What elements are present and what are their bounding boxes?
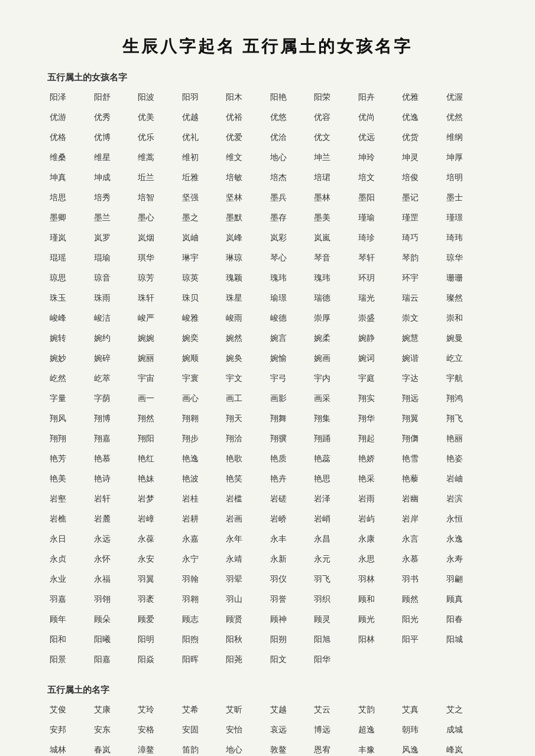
- list-item: 阳波: [135, 89, 180, 106]
- list-item: 崇厚: [312, 310, 356, 327]
- list-item: 翔阳: [135, 431, 180, 447]
- list-item: 翔起: [356, 431, 400, 447]
- list-item: 婉静: [356, 330, 400, 347]
- list-item: 优礼: [180, 129, 224, 146]
- list-item: 婉然: [223, 330, 268, 347]
- list-item: 维蒿: [135, 149, 180, 166]
- list-item: 恩宥: [312, 742, 356, 756]
- list-item: 岩槛: [223, 491, 268, 507]
- list-item: 羽翰: [180, 571, 224, 588]
- list-item: 阳煦: [180, 631, 224, 648]
- list-item: 艳芳: [47, 451, 92, 467]
- list-item: 永言: [400, 531, 444, 548]
- list-item: 永靖: [223, 551, 268, 568]
- list-item: 岩岫: [444, 471, 488, 487]
- list-item: 安格: [135, 722, 180, 738]
- list-item: 培秀: [92, 190, 136, 206]
- list-item: 安邦: [47, 722, 92, 738]
- list-item: 永年: [223, 531, 268, 548]
- list-item: 坤真: [47, 170, 92, 186]
- list-item: 丰豫: [356, 742, 400, 756]
- list-item: 艳蕊: [312, 451, 356, 467]
- list-item: 阳秋: [223, 631, 268, 648]
- list-item: 敦鳌: [268, 742, 312, 756]
- list-item: 珠玉: [47, 290, 92, 307]
- list-item: 培思: [47, 190, 92, 206]
- list-item: 翔华: [356, 410, 400, 427]
- list-item: 琦玮: [444, 230, 488, 246]
- list-item: 艾俊: [47, 702, 92, 718]
- list-item: 婉曼: [444, 330, 488, 347]
- list-item: 画采: [312, 390, 356, 407]
- list-item: 画心: [180, 390, 224, 407]
- list-item: 阳焱: [135, 651, 180, 668]
- list-item: 优格: [47, 129, 92, 146]
- list-item: 珠贝: [180, 290, 224, 307]
- list-item: 永日: [47, 531, 92, 548]
- list-item: 琳琼: [223, 250, 268, 266]
- list-item: 顾然: [400, 591, 444, 608]
- list-item: 阳林: [356, 631, 400, 648]
- list-item: 顾年: [47, 611, 92, 628]
- list-item: 墨林: [312, 190, 356, 206]
- list-item: 艳姿: [444, 451, 488, 467]
- list-item: 画影: [268, 390, 312, 407]
- list-item: 永思: [356, 551, 400, 568]
- list-item: 永丰: [268, 531, 312, 548]
- list-item: 屹然: [47, 370, 92, 387]
- list-item: 朝玮: [400, 722, 444, 738]
- list-item: 培俊: [400, 170, 444, 186]
- list-item: 琦巧: [400, 230, 444, 246]
- list-item: 岩滨: [444, 491, 488, 507]
- list-item: 艳藜: [400, 471, 444, 487]
- list-item: 艾康: [92, 702, 136, 718]
- list-item: 阳木: [223, 89, 268, 106]
- list-item: 翔翱: [180, 410, 224, 427]
- list-item: 峰岚: [444, 742, 488, 756]
- list-item: 地心: [223, 742, 268, 756]
- list-item: 墨阳: [356, 190, 400, 206]
- list-item: 艳妹: [135, 471, 180, 487]
- list-item: 培珺: [312, 170, 356, 186]
- list-item: 优远: [356, 129, 400, 146]
- list-item: 琼思: [47, 270, 92, 286]
- list-item: 永怀: [92, 551, 136, 568]
- list-item: 岚罗: [92, 230, 136, 246]
- list-item: 岩桂: [180, 491, 224, 507]
- list-item: 字达: [400, 370, 444, 387]
- list-item: 羽翩: [444, 571, 488, 588]
- list-item: 艳雪: [400, 451, 444, 467]
- list-item: 艾云: [312, 702, 356, 718]
- list-item: 永寿: [444, 551, 488, 568]
- list-item: 优容: [312, 109, 356, 126]
- list-item: 博远: [312, 722, 356, 738]
- section-header-0: 五行属土的女孩名字: [47, 72, 488, 83]
- list-item: 永福: [92, 571, 136, 588]
- page-title: 生辰八字起名 五行属土的女孩名字: [47, 35, 488, 58]
- list-item: 羽翎: [92, 591, 136, 608]
- list-item: 艳慕: [92, 451, 136, 467]
- list-item: 阳荣: [312, 89, 356, 106]
- list-item: 优游: [47, 109, 92, 126]
- list-item: 婉丽: [135, 350, 180, 367]
- list-item: 婉约: [92, 330, 136, 347]
- list-item: 艾之: [444, 702, 488, 718]
- list-item: 顾灵: [312, 611, 356, 628]
- list-item: 艳质: [268, 451, 312, 467]
- list-item: 艳丽: [444, 431, 488, 447]
- list-item: 琨瑶: [47, 250, 92, 266]
- list-item: 翔风: [47, 410, 92, 427]
- list-item: 峻德: [268, 310, 312, 327]
- list-item: 翔集: [312, 410, 356, 427]
- list-item: 翔洽: [223, 431, 268, 447]
- list-item: 岩麓: [92, 511, 136, 527]
- list-item: 坵兰: [135, 170, 180, 186]
- list-item: 岩梦: [135, 491, 180, 507]
- list-item: 羽翚: [223, 571, 268, 588]
- list-item: 婉奂: [223, 350, 268, 367]
- list-item: 婉转: [47, 330, 92, 347]
- list-item: 羽飞: [312, 571, 356, 588]
- list-item: 艾真: [400, 702, 444, 718]
- list-item: 优越: [180, 109, 224, 126]
- list-item: 婉慧: [400, 330, 444, 347]
